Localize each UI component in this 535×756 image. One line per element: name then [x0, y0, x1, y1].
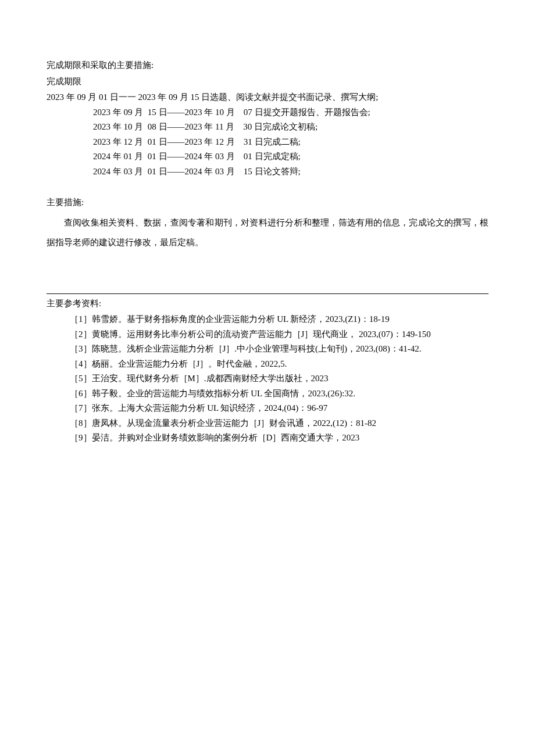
reference-item: ［6］韩子毅。企业的营运能力与绩效指标分析 UL 全国商情，2023,(26):…: [47, 386, 488, 402]
deadline-label: 完成期限: [47, 74, 488, 89]
measures-body-text: 查阅收集相关资料、数据，查阅专著和期刊，对资料进行分析和整理，筛选有用的信息，完…: [47, 213, 488, 253]
reference-item: ［1］韩雪娇。基于财务指标角度的企业营运能力分析 UL 新经济，2023,(Z1…: [47, 312, 488, 327]
document-page: 完成期限和采取的主要措施: 完成期限 2023 年 09 月 01 日一一 20…: [0, 0, 535, 756]
section-divider: [47, 293, 488, 294]
schedule-row: 2024 年 03 月 01 日——2024 年 03 月 15 日论文答辩;: [47, 164, 488, 180]
schedule-row: 2023 年 09 月 15 日——2023 年 10 月 07 日提交开题报告…: [47, 105, 488, 120]
schedule-row: 2023 年 10 月 08 日——2023 年 11 月 30 日完成论文初稿…: [47, 120, 488, 135]
reference-item: ［5］王治安。现代财务分析［M］.成都西南财经大学出版社，2023: [47, 371, 488, 386]
schedule-row: 2024 年 01 月 01 日——2024 年 03 月 01 日完成定稿;: [47, 149, 488, 164]
section-references-title: 主要参考资料:: [47, 296, 488, 311]
section-deadline-title: 完成期限和采取的主要措施:: [47, 58, 488, 73]
reference-item: ［2］黄晓博。运用财务比率分析公司的流动资产营运能力［J］现代商业， 2023,…: [47, 327, 488, 342]
schedule-row: 2023 年 09 月 01 日一一 2023 年 09 月 15 日选题、阅读…: [47, 90, 488, 105]
reference-item: ［4］杨丽。企业营运能力分析［J］。时代金融，2022,5.: [47, 357, 488, 372]
reference-item: ［7］张东。上海大众营运能力分析 UL 知识经济，2024,(04)：96-97: [47, 401, 488, 416]
reference-item: ［8］唐凤林。从现金流量表分析企业营运能力［J］财会讯通，2022,(12)：8…: [47, 416, 488, 431]
reference-item: ［3］陈晓慧。浅析企业营运能力分析［J］.中小企业管理与科技(上旬刊)，2023…: [47, 342, 488, 357]
section-measures-title: 主要措施:: [47, 195, 488, 210]
schedule-row: 2023 年 12 月 01 日——2023 年 12 月 31 日完成二稿;: [47, 135, 488, 150]
reference-item: ［9］晏洁。并购对企业财务绩效影响的案例分析［D］西南交通大学，2023: [47, 431, 488, 446]
